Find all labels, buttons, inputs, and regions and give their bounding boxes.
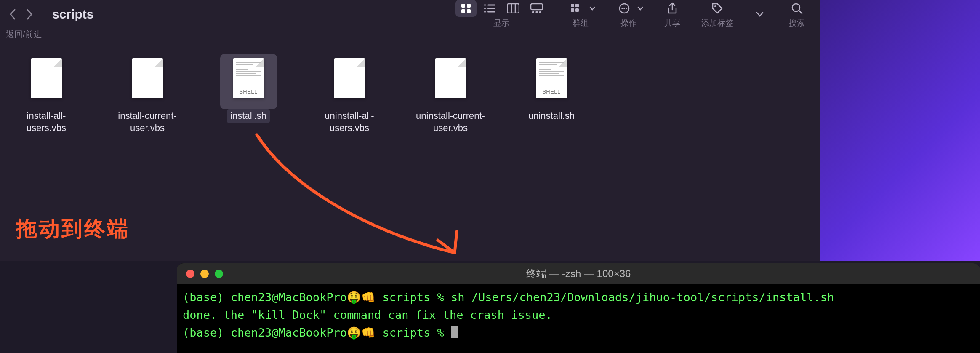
tags-label: 添加标签: [701, 18, 733, 29]
svg-rect-17: [571, 4, 574, 7]
generic-file-icon: [435, 58, 466, 98]
file-name: install-current-user.vbs: [109, 109, 185, 135]
svg-point-22: [621, 8, 623, 9]
svg-rect-3: [467, 9, 471, 13]
close-button[interactable]: [186, 270, 194, 278]
view-list-button[interactable]: [479, 0, 500, 17]
share-group: 共享: [662, 0, 683, 29]
group-label: 群组: [573, 18, 589, 29]
action-menu: 操作: [614, 0, 643, 29]
zoom-button[interactable]: [215, 270, 223, 278]
svg-rect-19: [571, 8, 574, 12]
view-gallery-button[interactable]: [526, 0, 547, 17]
svg-point-25: [714, 5, 716, 7]
file-item[interactable]: uninstall-current-user.vbs: [413, 54, 488, 135]
terminal-line: done. the "kill Dock" command can fix th…: [183, 306, 974, 324]
chevron-down-icon: [756, 12, 764, 17]
chevron-down-icon: [589, 6, 595, 11]
back-button[interactable]: [4, 6, 21, 23]
view-label: 显示: [493, 18, 509, 29]
terminal-window: 终端 — -zsh — 100×36 (base) chen23@MacBook…: [177, 263, 980, 353]
finder-toolbar: scripts 显示: [0, 0, 820, 29]
svg-rect-20: [575, 8, 579, 12]
action-button[interactable]: [614, 0, 635, 17]
terminal-title: 终端 — -zsh — 100×36: [177, 267, 980, 281]
file-item[interactable]: install-all-users.vbs: [8, 54, 84, 135]
traffic-lights: [186, 270, 223, 278]
folder-title: scripts: [52, 7, 93, 21]
svg-point-8: [484, 11, 486, 13]
file-name: uninstall-current-user.vbs: [413, 109, 488, 135]
search-label: 搜索: [789, 18, 805, 29]
file-name: uninstall-all-users.vbs: [312, 109, 387, 135]
terminal-titlebar[interactable]: 终端 — -zsh — 100×36: [177, 263, 980, 284]
file-name: uninstall.sh: [525, 109, 578, 123]
action-label: 操作: [620, 18, 636, 29]
svg-rect-15: [536, 11, 538, 13]
svg-rect-2: [461, 9, 465, 13]
file-item[interactable]: install.sh: [210, 54, 286, 123]
nav-sublabel: 返回/前进: [0, 29, 820, 41]
chevron-down-icon: [637, 6, 643, 11]
svg-rect-16: [539, 11, 541, 13]
cursor-icon: [451, 326, 458, 338]
file-item[interactable]: uninstall-all-users.vbs: [312, 54, 387, 135]
svg-rect-14: [532, 11, 534, 13]
share-button[interactable]: [662, 0, 683, 17]
search-button[interactable]: [786, 0, 807, 17]
terminal-line: (base) chen23@MacBookPro🤑👊 scripts % sh …: [183, 289, 974, 306]
terminal-line: (base) chen23@MacBookPro🤑👊 scripts %: [183, 324, 974, 342]
nav-arrows: [4, 6, 38, 23]
desktop-wallpaper: [820, 0, 980, 261]
group-menu: 群组: [566, 0, 595, 29]
view-mode-group: 显示: [455, 0, 547, 29]
svg-point-23: [623, 8, 625, 9]
tags-group: 添加标签: [701, 0, 733, 29]
shell-file-icon: [233, 58, 264, 98]
more-menu[interactable]: [756, 12, 764, 17]
file-item[interactable]: uninstall.sh: [514, 54, 589, 123]
svg-point-4: [484, 4, 486, 6]
svg-rect-13: [531, 4, 543, 10]
file-item[interactable]: install-current-user.vbs: [109, 54, 185, 135]
svg-point-24: [626, 8, 627, 9]
terminal-body[interactable]: (base) chen23@MacBookPro🤑👊 scripts % sh …: [177, 284, 980, 346]
svg-line-27: [799, 11, 802, 13]
svg-point-6: [484, 8, 486, 9]
search-group: 搜索: [786, 0, 807, 29]
svg-rect-5: [487, 5, 495, 6]
generic-file-icon: [31, 58, 62, 98]
svg-rect-0: [461, 4, 465, 8]
view-columns-button[interactable]: [503, 0, 524, 17]
annotation-text: 拖动到终端: [16, 215, 130, 243]
file-name: install-all-users.vbs: [8, 109, 84, 135]
svg-rect-18: [575, 4, 579, 7]
shell-file-icon: [536, 58, 567, 98]
tags-button[interactable]: [707, 0, 728, 17]
svg-rect-10: [507, 4, 519, 13]
generic-file-icon: [132, 58, 163, 98]
forward-button[interactable]: [21, 6, 38, 23]
group-button[interactable]: [566, 0, 587, 17]
share-label: 共享: [664, 18, 680, 29]
file-grid: install-all-users.vbsinstall-current-use…: [0, 41, 820, 147]
svg-rect-9: [487, 11, 495, 13]
file-name: install.sh: [227, 109, 270, 123]
generic-file-icon: [334, 58, 365, 98]
minimize-button[interactable]: [200, 270, 209, 278]
svg-rect-1: [467, 4, 471, 8]
svg-rect-7: [487, 8, 495, 9]
view-icons-button[interactable]: [455, 0, 477, 17]
